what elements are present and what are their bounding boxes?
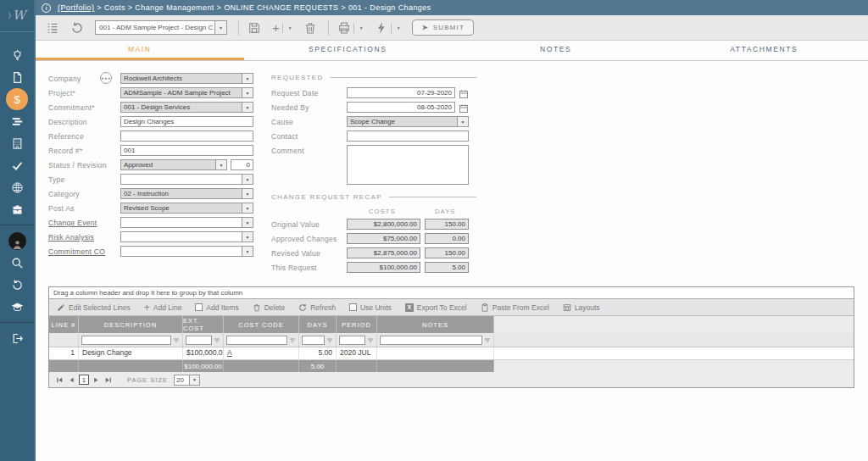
paste-from-excel-button[interactable]: Paste From Excel xyxy=(481,303,549,312)
commitment-co-link[interactable]: Commitment CO xyxy=(48,247,105,256)
recent-records-button[interactable] xyxy=(70,21,84,35)
category-select[interactable]: 02 - Instruction▼ xyxy=(120,188,253,199)
revision-input[interactable] xyxy=(231,159,253,170)
use-units-checkbox[interactable]: Use Units xyxy=(349,303,392,312)
previous-page-button[interactable] xyxy=(67,375,76,385)
ext-cost-filter-input[interactable] xyxy=(186,336,212,345)
sidebar-item-ideas[interactable] xyxy=(0,44,34,66)
actions-button[interactable]: ▼ xyxy=(375,21,401,35)
needed-by-input[interactable] xyxy=(347,102,455,113)
sidebar-item-profile[interactable] xyxy=(0,230,34,252)
cause-select[interactable]: Scope Change▼ xyxy=(347,116,469,127)
company-select[interactable]: Rockwell Architects▼ xyxy=(120,73,253,84)
filter-icon[interactable] xyxy=(173,332,180,347)
description-filter-input[interactable] xyxy=(81,336,171,345)
sidebar-item-history[interactable] xyxy=(0,274,34,296)
cost-code-link[interactable]: A xyxy=(227,348,232,357)
filter-icon[interactable] xyxy=(214,332,220,347)
tab-notes[interactable]: NOTES xyxy=(452,41,660,60)
sidebar-item-costs[interactable]: $ xyxy=(0,88,34,110)
column-header-ext-cost[interactable]: EXT. COST xyxy=(183,316,224,333)
tab-specifications[interactable]: SPECIFICATIONS xyxy=(244,41,453,60)
sidebar-item-search[interactable] xyxy=(0,252,34,274)
column-header-line[interactable]: LINE # xyxy=(49,316,79,333)
period-filter-input[interactable] xyxy=(339,336,365,345)
filter-cell-description xyxy=(79,333,183,347)
sidebar-item-logout[interactable] xyxy=(0,327,34,349)
risk-analysis-link[interactable]: Risk Analysis xyxy=(48,233,94,242)
contact-input[interactable] xyxy=(347,131,469,142)
delete-lines-button[interactable]: Delete xyxy=(253,303,286,312)
sidebar-item-toolbox[interactable] xyxy=(0,198,34,220)
column-header-description[interactable]: DESCRIPTION xyxy=(79,316,183,333)
calendar-icon[interactable] xyxy=(459,87,469,97)
last-page-button[interactable] xyxy=(103,375,113,385)
sidebar-item-approvals[interactable] xyxy=(0,154,34,176)
current-page-indicator[interactable]: 1 xyxy=(79,375,89,385)
print-button[interactable]: ▼ xyxy=(337,21,364,35)
comment-textarea[interactable] xyxy=(347,145,469,185)
add-button[interactable]: + ▼ xyxy=(272,21,292,34)
page-size-select[interactable]: 20 ▼ xyxy=(174,375,200,386)
post-as-select[interactable]: Revised Scope▼ xyxy=(120,203,253,214)
sidebar-item-lists[interactable] xyxy=(0,110,34,132)
tab-attachments[interactable]: ATTACHMENTS xyxy=(660,41,868,60)
submit-button[interactable]: SUBMIT xyxy=(412,19,474,36)
sidebar-item-training[interactable] xyxy=(0,296,34,318)
refresh-button[interactable]: Refresh xyxy=(298,303,336,312)
description-input[interactable] xyxy=(120,116,253,127)
tab-main[interactable]: MAIN xyxy=(36,41,244,60)
layouts-button[interactable]: Layouts xyxy=(563,303,600,312)
commitment-select[interactable]: 001 - Design Services▼ xyxy=(120,102,253,113)
change-event-select[interactable]: ▼ xyxy=(120,217,253,228)
filter-cell-line xyxy=(49,333,79,347)
save-button[interactable] xyxy=(248,21,261,35)
first-page-button[interactable] xyxy=(55,375,64,385)
info-icon[interactable]: i xyxy=(42,3,51,13)
reference-label: Reference xyxy=(48,132,84,141)
filter-icon[interactable] xyxy=(326,332,333,347)
reference-input[interactable] xyxy=(120,131,253,142)
record-list-button[interactable] xyxy=(46,21,59,35)
export-to-excel-button[interactable]: X Export To Excel xyxy=(405,303,467,312)
next-page-button[interactable] xyxy=(92,375,101,385)
chevron-down-icon: ▼ xyxy=(359,25,364,31)
sidebar-item-web[interactable] xyxy=(0,176,34,198)
edit-selected-lines-button[interactable]: Edit Selected Lines xyxy=(57,303,131,312)
request-date-input[interactable] xyxy=(347,87,455,98)
delete-button[interactable] xyxy=(303,21,317,35)
breadcrumb-portfolio-link[interactable]: (Portfolio) xyxy=(58,3,94,12)
type-select[interactable]: ▼ xyxy=(120,174,253,185)
needed-by-label: Needed By xyxy=(271,103,309,112)
column-header-period[interactable]: PERIOD xyxy=(337,316,377,333)
sidebar-item-companies[interactable] xyxy=(0,132,34,154)
calendar-icon[interactable] xyxy=(459,102,469,112)
sidebar-item-documents[interactable] xyxy=(0,66,34,88)
brand-w-icon: W xyxy=(13,9,25,22)
app-logo[interactable]: 〉 W xyxy=(0,0,34,32)
risk-analysis-select[interactable]: ▼ xyxy=(120,231,253,242)
change-event-link[interactable]: Change Event xyxy=(48,219,97,227)
record-number-input[interactable] xyxy=(120,145,253,156)
add-line-button[interactable]: + Add Line xyxy=(144,303,182,313)
record-number-label: Record #* xyxy=(48,147,83,155)
record-selector-dropdown[interactable]: 001 - ADM Sample Project - Design C ▼ xyxy=(95,20,227,35)
cost-code-filter-input[interactable] xyxy=(226,336,287,345)
column-header-days[interactable]: DAYS xyxy=(299,316,337,333)
project-select[interactable]: ADMSample - ADM Sample Project▼ xyxy=(120,87,253,98)
notes-filter-input[interactable] xyxy=(380,336,482,345)
days-filter-input[interactable] xyxy=(302,336,325,345)
status-select[interactable]: Approved▼ xyxy=(120,159,227,170)
filter-icon[interactable] xyxy=(367,332,374,347)
column-header-cost-code[interactable]: COST CODE xyxy=(224,316,299,333)
company-lookup-button[interactable]: ●●● xyxy=(100,72,112,84)
add-items-button[interactable]: Add Items xyxy=(195,303,238,312)
original-value-days xyxy=(425,219,469,230)
column-header-notes[interactable]: NOTES xyxy=(377,316,494,333)
commitment-co-select[interactable]: ▼ xyxy=(120,246,253,257)
filter-icon[interactable] xyxy=(289,332,296,347)
grid-group-panel[interactable]: Drag a column header and drop it here to… xyxy=(49,287,854,299)
table-row[interactable]: 1 Design Change $100,000.00 A 5.00 2020 … xyxy=(49,347,854,360)
cell-cost-code: A xyxy=(224,347,299,359)
filter-icon[interactable] xyxy=(484,332,491,347)
